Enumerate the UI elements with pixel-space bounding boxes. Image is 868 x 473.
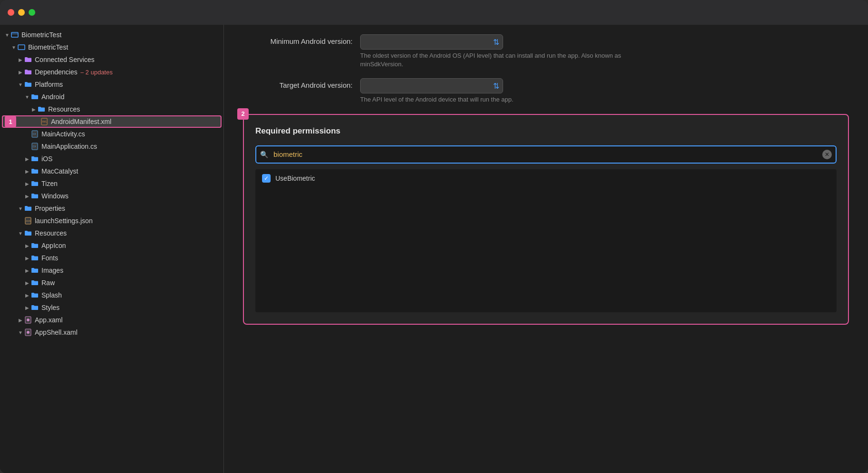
min-android-row: Minimum Android version: ⇅ The oldest ve… [243,34,849,69]
search-wrapper: 🔍 ✕ [255,145,837,164]
folder-icon [24,204,32,213]
min-android-select[interactable] [360,34,503,50]
tree-item-tizen[interactable]: ▶ Tizen [0,177,223,190]
sidebar: ▼ BiometricTest ▼ BiometricTest ▶ [0,25,224,473]
titlebar [0,0,868,25]
svg-point-13 [27,331,30,334]
maximize-button[interactable] [29,9,35,16]
chevron-icon: ▼ [17,205,24,212]
tree-item-raw[interactable]: ▶ Raw [0,277,223,289]
tree-item-connected-services[interactable]: ▶ Connected Services [0,53,223,66]
tree-label: Raw [41,279,55,287]
chevron-icon: ▶ [24,180,30,187]
target-android-row: Target Android version: ⇅ The API level … [243,78,849,104]
folder-icon [30,93,39,101]
tree-item-resources-root[interactable]: ▼ Resources [0,227,223,239]
file-json-icon: JSON [24,216,32,225]
chevron-icon: ▶ [24,267,30,274]
chevron-icon: ▶ [24,292,30,298]
tree-item-androidmanifest[interactable]: 1 XML AndroidManifest.xml [2,115,222,128]
tree-item-windows[interactable]: ▶ Windows [0,190,223,202]
chevron-icon: ▶ [24,168,30,175]
min-android-select-wrapper: ⇅ [360,34,503,50]
permissions-list: ✓ UseBiometric [255,169,837,312]
content-area: Minimum Android version: ⇅ The oldest ve… [224,25,868,473]
folder-icon [24,55,32,64]
chevron-icon: ▼ [4,31,10,38]
main-layout: ▼ BiometricTest ▼ BiometricTest ▶ [0,25,868,473]
folder-icon [24,229,32,237]
tree-item-android[interactable]: ▼ Android [0,91,223,103]
tree-item-maccatalyst[interactable]: ▶ MacCatalyst [0,165,223,177]
tree-item-fonts[interactable]: ▶ Fonts [0,252,223,264]
tree-label: Images [41,267,63,274]
target-android-select[interactable] [360,78,503,93]
tree-label: BiometricTest [21,31,61,39]
min-android-label: Minimum Android version: [243,34,353,45]
tree-item-mainactivity[interactable]: C# MainActivity.cs [0,128,223,140]
folder-icon [30,254,39,262]
tree-item-app-xaml[interactable]: ▶ App.xaml [0,314,223,326]
folder-icon [30,167,39,175]
tree-label: AndroidManifest.xml [51,118,111,125]
tree-label: Dependencies [35,68,78,76]
tree-item-styles[interactable]: ▶ Styles [0,301,223,314]
svg-text:C#: C# [33,133,36,135]
tree-item-images[interactable]: ▶ Images [0,264,223,277]
tree-item-splash[interactable]: ▶ Splash [0,289,223,301]
target-android-select-wrapper: ⇅ [360,78,503,93]
tree-item-appicon[interactable]: ▶ AppIcon [0,239,223,252]
permission-checkbox-usebiometric[interactable]: ✓ [262,174,271,183]
tree-label: Resources [35,229,67,237]
tree-label: Properties [35,205,65,212]
tree-item-biometrictest-root[interactable]: ▼ BiometricTest [0,29,223,41]
file-xaml-icon [24,316,32,324]
tree-label: Connected Services [35,56,94,63]
file-xaml-icon [24,328,32,337]
tree-label: MainActivity.cs [41,130,85,138]
step2-badge-wrap: 2 [237,108,252,120]
tree-item-biometrictest-child[interactable]: ▼ BiometricTest [0,41,223,53]
tree-label: Fonts [41,254,58,262]
folder-icon [30,303,39,312]
chevron-icon: ▶ [24,155,30,162]
project-icon [10,31,19,39]
tree-label: MainApplication.cs [41,143,97,150]
chevron-icon: ▼ [17,230,24,236]
tree-item-launchsettings[interactable]: JSON launchSettings.json [0,215,223,227]
permissions-search-input[interactable] [255,145,837,164]
tree-label: Android [41,93,64,101]
close-button[interactable] [8,9,14,16]
search-clear-button[interactable]: ✕ [822,150,832,159]
tree-item-ios[interactable]: ▶ iOS [0,153,223,165]
permissions-section: 2 Required permissions 🔍 ✕ ✓ UseBiometri… [243,114,849,325]
folder-icon [30,154,39,163]
chevron-icon: ▶ [17,317,24,323]
tree-item-mainapplication[interactable]: C# MainApplication.cs [0,140,223,153]
chevron-icon: ▶ [24,242,30,249]
folder-icon [30,266,39,275]
minimize-button[interactable] [18,9,25,16]
tree-item-appshell-xaml[interactable]: ▼ AppShell.xaml [0,326,223,339]
main-window: ▼ BiometricTest ▼ BiometricTest ▶ [0,0,868,473]
tree-item-android-resources[interactable]: ▶ Resources [0,103,223,115]
tree-item-properties[interactable]: ▼ Properties [0,202,223,215]
folder-icon [30,278,39,287]
chevron-icon: ▼ [17,329,24,336]
permission-item-usebiometric[interactable]: ✓ UseBiometric [255,169,837,187]
search-icon: 🔍 [260,151,268,158]
tree-item-dependencies[interactable]: ▶ Dependencies – 2 updates [0,66,223,78]
tree-label: BiometricTest [28,43,68,51]
tree-label: iOS [41,155,52,163]
chevron-icon: ▶ [24,304,30,311]
tree-label: Windows [41,192,69,200]
file-cs-icon: C# [30,142,39,151]
tree-item-platforms[interactable]: ▼ Platforms [0,78,223,91]
chevron-icon: ▶ [17,69,24,75]
chevron-icon: ▶ [17,56,24,63]
tree-label: AppShell.xaml [35,329,78,336]
project-child-icon [17,43,26,51]
chevron-icon: ▼ [24,93,30,100]
tree-label: Resources [48,105,80,113]
tree-label: Tizen [41,180,58,187]
